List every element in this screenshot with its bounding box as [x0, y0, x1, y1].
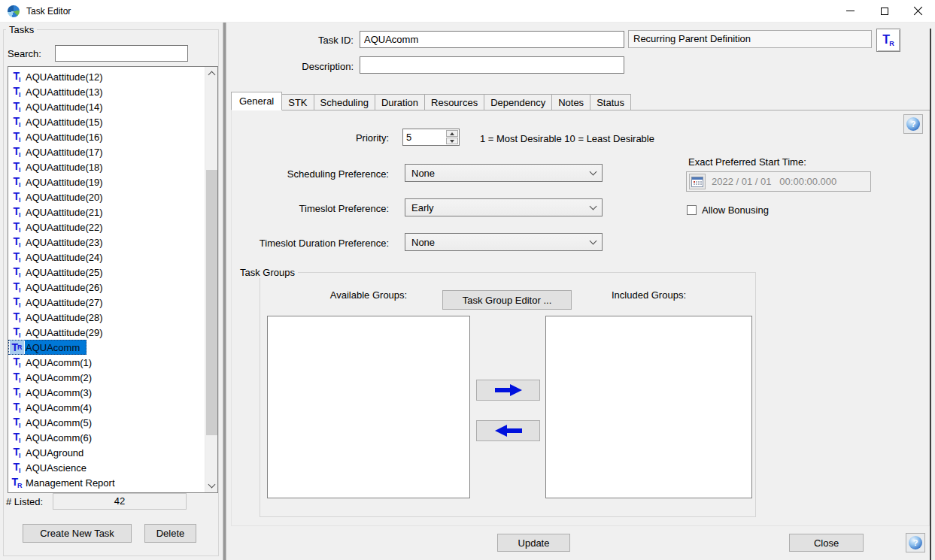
- move-left-button[interactable]: [476, 420, 540, 441]
- included-groups-list[interactable]: [545, 316, 752, 498]
- tab-notes[interactable]: Notes: [551, 94, 590, 110]
- task-type-icon: TI: [10, 86, 24, 98]
- list-item[interactable]: TIAQUAattitude(13): [8, 84, 217, 99]
- allow-bonusing-checkbox[interactable]: [687, 205, 697, 215]
- maximize-button[interactable]: [867, 0, 901, 23]
- list-item[interactable]: TIAQUAattitude(14): [8, 99, 217, 114]
- tab-resources[interactable]: Resources: [424, 94, 484, 110]
- list-item[interactable]: TIAQUAcomm(2): [8, 370, 217, 385]
- description-input[interactable]: [360, 56, 624, 74]
- tab-general[interactable]: General: [231, 92, 282, 110]
- scheduling-preference-value: None: [411, 168, 590, 179]
- list-item[interactable]: TIAQUAscience: [8, 460, 217, 475]
- task-groups-label: Task Groups: [237, 267, 298, 278]
- list-item[interactable]: TIAQUAattitude(17): [8, 144, 217, 159]
- priority-spinner[interactable]: [402, 129, 460, 146]
- task-label: AQUAattitude(13): [25, 85, 105, 99]
- list-item[interactable]: TIAQUAattitude(22): [8, 219, 217, 235]
- list-item[interactable]: TIAQUAcomm(1): [8, 355, 217, 370]
- move-right-button[interactable]: [476, 380, 540, 401]
- scheduling-preference-dropdown[interactable]: None: [405, 164, 603, 182]
- list-item[interactable]: TIAQUAattitude(24): [8, 250, 217, 265]
- minimize-button[interactable]: [833, 0, 867, 23]
- list-item[interactable]: TIAQUAground: [8, 445, 217, 460]
- delete-button[interactable]: Delete: [144, 524, 196, 543]
- task-label: AQUAattitude(18): [25, 160, 105, 174]
- list-item[interactable]: TIAQUAattitude(18): [8, 159, 217, 174]
- maximize-icon: [881, 8, 888, 15]
- list-item[interactable]: TIAQUAattitude(19): [8, 174, 217, 189]
- list-item[interactable]: TIAQUAcomm(4): [8, 400, 217, 415]
- list-item[interactable]: TIAQUAattitude(23): [8, 235, 217, 250]
- timeslot-preference-label: Timeslot Preference:: [244, 203, 389, 214]
- close-window-button[interactable]: [901, 0, 935, 23]
- task-label: AQUAcomm(6): [25, 431, 94, 445]
- list-item[interactable]: TRAQUAcomm: [8, 340, 87, 355]
- task-type-icon: TI: [10, 296, 24, 309]
- list-item[interactable]: TIAQUAattitude(21): [8, 204, 217, 219]
- list-item[interactable]: TIAQUAattitude(26): [8, 280, 217, 295]
- spin-down-button[interactable]: [446, 138, 458, 144]
- task-type-icon: TI: [10, 356, 24, 369]
- scroll-down-button[interactable]: [205, 480, 218, 492]
- task-list[interactable]: TIAQUAattitude(12)TIAQUAattitude(13)TIAQ…: [8, 66, 218, 493]
- available-groups-list[interactable]: [267, 316, 470, 498]
- search-label: Search:: [8, 48, 41, 59]
- recurring-task-button[interactable]: TR: [876, 29, 900, 52]
- task-label: Management Report: [25, 476, 117, 490]
- timeslot-preference-dropdown[interactable]: Early: [405, 198, 603, 216]
- tab-duration[interactable]: Duration: [375, 94, 425, 110]
- help-button-top[interactable]: ?: [903, 114, 923, 134]
- task-label: AQUAattitude(21): [25, 205, 105, 219]
- included-groups-label: Included Groups:: [545, 289, 752, 301]
- search-input[interactable]: [55, 45, 188, 62]
- update-button[interactable]: Update: [497, 534, 570, 552]
- list-item[interactable]: TRManagement Report: [8, 475, 217, 490]
- list-item[interactable]: TIAQUAattitude(27): [8, 295, 217, 310]
- list-item[interactable]: TIAQUAcomm(5): [8, 415, 217, 430]
- tab-stk[interactable]: STK: [281, 94, 314, 110]
- task-label: AQUAattitude(15): [25, 115, 105, 129]
- chevron-down-icon: [590, 168, 597, 176]
- list-item[interactable]: TIAQUAattitude(16): [8, 129, 217, 144]
- list-item[interactable]: TIAQUAattitude(15): [8, 114, 217, 129]
- scroll-up-button[interactable]: [205, 67, 218, 80]
- create-new-task-button[interactable]: Create New Task: [23, 524, 132, 543]
- task-label: AQUAcomm(2): [25, 371, 94, 385]
- list-item[interactable]: TIAQUAattitude(28): [8, 310, 217, 325]
- timeslot-duration-value: None: [411, 237, 590, 248]
- task-type-icon: TI: [10, 311, 24, 324]
- tab-dependency[interactable]: Dependency: [484, 94, 552, 110]
- task-label: AQUAattitude(23): [25, 235, 105, 250]
- tab-status[interactable]: Status: [590, 94, 631, 110]
- task-id-input[interactable]: [360, 31, 624, 48]
- task-type-icon: TI: [10, 206, 24, 219]
- priority-input[interactable]: [403, 129, 445, 145]
- task-label: AQUAscience: [25, 461, 89, 475]
- exact-preferred-start-time-label: Exact Preferred Start Time:: [688, 156, 806, 168]
- list-item[interactable]: TIAQUAattitude(12): [8, 69, 217, 84]
- task-label: AQUAattitude(29): [25, 325, 105, 340]
- arrow-right-icon: [493, 383, 524, 397]
- task-label: AQUAattitude(14): [25, 100, 105, 114]
- list-item[interactable]: TIAQUAcomm(6): [8, 430, 217, 445]
- task-list-scrollbar[interactable]: [205, 67, 217, 492]
- list-item[interactable]: TIAQUAattitude(29): [8, 325, 217, 340]
- spin-up-button[interactable]: [446, 130, 458, 137]
- close-icon: [913, 6, 923, 16]
- chevron-down-icon: [208, 481, 216, 489]
- list-item[interactable]: TIAQUAcomm(3): [8, 385, 217, 400]
- scrollbar-thumb[interactable]: [206, 170, 217, 435]
- tab-scheduling[interactable]: Scheduling: [314, 94, 375, 110]
- list-item[interactable]: TIAQUAattitude(20): [8, 189, 217, 204]
- calendar-button[interactable]: [689, 174, 706, 189]
- close-button[interactable]: Close: [789, 534, 864, 552]
- start-time-value: 2022 / 01 / 01 00:00:00.000: [712, 176, 836, 187]
- list-item[interactable]: TIAQUAattitude(25): [8, 265, 217, 280]
- scheduling-preference-label: Scheduling Preference:: [244, 168, 389, 180]
- panel-splitter[interactable]: [223, 23, 226, 560]
- help-button-bottom[interactable]: ?: [906, 533, 925, 552]
- task-label: AQUAattitude(20): [25, 190, 105, 204]
- task-type-icon: TI: [10, 236, 24, 249]
- timeslot-duration-preference-dropdown[interactable]: None: [405, 233, 603, 251]
